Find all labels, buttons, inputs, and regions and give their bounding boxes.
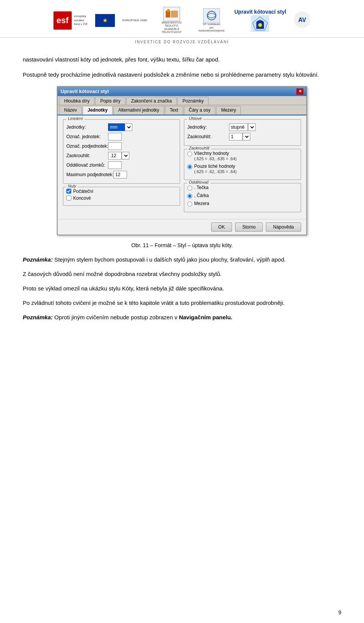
- dialog-title: Upravit kótovací styl: [61, 88, 109, 94]
- svg-text:AV: AV: [298, 17, 306, 23]
- svg-rect-6: [171, 11, 178, 17]
- tab-poznamky[interactable]: Poznámky: [177, 97, 209, 105]
- label-zaokrouhlil: Zaokrouhlit:: [66, 153, 108, 158]
- input-zaokrouhlil[interactable]: [108, 152, 122, 159]
- select-uhlove-zaokrouhlil[interactable]: ▼: [243, 133, 250, 140]
- checkbox-pocatecni[interactable]: [66, 189, 71, 194]
- op-icon: [203, 8, 220, 23]
- radio-vsechny-label: Všechny hodnoty (.625 = .63, .635 = .64): [194, 151, 237, 161]
- tab-jednotky[interactable]: Jednotky: [83, 106, 113, 115]
- page-number: 9: [338, 609, 341, 615]
- dialog-footer: OK Storno Nápověda: [58, 219, 306, 235]
- logo-esf: esf evropský sociální fond v ČR: [53, 11, 88, 30]
- tab-zakonceni-znacka[interactable]: Zakončení a značka: [126, 97, 177, 105]
- liberecky-coat-icon: [251, 15, 269, 32]
- input-oznac-podjednotek[interactable]: [108, 142, 122, 150]
- label-pocatecni: Počáteční: [73, 189, 93, 194]
- logo-msmt: MINISTERSTVO ŠKOLSTVÍ,MLÁDEŽE A TĚLOVÝCH…: [155, 7, 189, 34]
- group-linearni: Lineární Jednotky: ▼ Označ. jednot: [63, 119, 180, 184]
- label-oddelovac: Oddělovač zlomků:: [66, 162, 108, 168]
- form-row-oznac-jednotek: Označ. jednotek:: [66, 133, 177, 140]
- logo-av: AV: [294, 11, 311, 29]
- input-uhlove-zaokrouhlil[interactable]: [229, 133, 243, 140]
- dialog-tabs-row1: Hloubka díry Popis díry Zakončení a znač…: [58, 96, 306, 105]
- group-uhlove-label: Úhlové: [187, 116, 203, 121]
- svg-rect-7: [167, 9, 169, 12]
- input-oznac-jednotek[interactable]: [108, 133, 122, 140]
- tab-text[interactable]: Text: [165, 106, 183, 115]
- label-koncove: Koncové: [73, 196, 91, 201]
- radio-tecka[interactable]: [187, 186, 192, 191]
- input-maximum[interactable]: [113, 171, 127, 178]
- dialog-col-right: Úhlové Jednotky: ▼ Zaokrouhlít:: [184, 119, 301, 216]
- note5: Poznámka: Oproti jiným cvičením nebude p…: [23, 313, 341, 322]
- header-subtitle: INVESTICE DO ROZVOJE VZDĚLÁVÁNÍ: [0, 39, 364, 48]
- form-row-uhlove-jednotky: Jednotky: ▼: [187, 123, 298, 131]
- radio-carka[interactable]: [187, 194, 192, 199]
- form-row-oddelovac: Oddělovač zlomků:: [66, 161, 177, 169]
- label-jednotky: Jednotky:: [66, 125, 108, 130]
- label-maximum: Maximum podjednotek:: [66, 172, 113, 177]
- form-row-jednotky: Jednotky: ▼: [66, 123, 177, 131]
- select-uhlove-jednotky[interactable]: ▼: [248, 123, 256, 131]
- input-oddelovac[interactable]: [108, 161, 122, 169]
- radio-vsechny[interactable]: [187, 151, 192, 156]
- tab-nazev[interactable]: Název: [59, 106, 82, 115]
- group-zaokrouhlil-label: Zaokrouhlit: [187, 146, 211, 150]
- input-uhlove-jednotky[interactable]: [229, 123, 248, 131]
- checkbox-pocatecni-row: Počáteční: [66, 189, 177, 194]
- eu-flag-icon: ★: [95, 14, 115, 27]
- select-jednotky[interactable]: ▼: [125, 123, 132, 131]
- group-oddelovac-label: Oddělovač: [187, 180, 210, 185]
- label-mezera: Mezera: [194, 201, 209, 206]
- note1-text: Stejným stylem bychom postupovali i u da…: [53, 256, 286, 263]
- note2: Z časových důvodů není možné dopodrobna …: [23, 270, 341, 279]
- dialog-close-button[interactable]: ✕: [297, 88, 303, 95]
- radio-vsechny-row: Všechny hodnoty (.625 = .63, .635 = .64): [187, 151, 298, 161]
- tab-mezery[interactable]: Mezery: [216, 106, 241, 115]
- input-jednotky[interactable]: [108, 123, 125, 131]
- group-linearni-label: Lineární: [66, 116, 85, 121]
- tab-alternativni-jednotky[interactable]: Alternativní jednotky: [113, 106, 164, 115]
- btn-napoveda[interactable]: Nápověda: [266, 222, 301, 232]
- intro-paragraph1: nastavování vlastností kóty od jednotek,…: [23, 55, 341, 64]
- checkbox-koncove[interactable]: [66, 196, 71, 200]
- dialog-window: Upravit kótovací styl ✕ Hloubka díry Pop…: [57, 86, 307, 236]
- radio-pouze[interactable]: [187, 164, 192, 169]
- radio-tecka-row: . Tečka: [187, 185, 298, 191]
- label-uhlove-zaokrouhlil: Zaokrouhlít:: [187, 134, 229, 139]
- radio-mezera[interactable]: [187, 202, 192, 207]
- radio-mezera-row: Mezera: [187, 201, 298, 207]
- label-oznac-podjednotek: Označ. podjednotek:: [66, 144, 108, 149]
- intro-paragraph2: Postupně tedy procházíme jednotlivá nast…: [23, 71, 341, 79]
- dialog-tabs-row2: Název Jednotky Alternativní jednotky Tex…: [58, 105, 306, 115]
- dialog-container: Upravit kótovací styl ✕ Hloubka díry Pop…: [23, 86, 341, 236]
- label-carka: , Čárka: [194, 193, 209, 198]
- group-oddelovac: Oddělovač . Tečka , Čárka: [184, 183, 301, 212]
- dialog-body: Lineární Jednotky: ▼ Označ. jednot: [58, 115, 306, 219]
- tab-hloubka-diry[interactable]: Hloubka díry: [59, 97, 94, 105]
- esf-box-icon: esf: [53, 11, 72, 30]
- tab-cary-osy[interactable]: Čáry a osy: [184, 106, 215, 115]
- btn-ok[interactable]: OK: [211, 222, 232, 232]
- group-nuly: Nuly Počáteční Koncové: [63, 187, 180, 206]
- btn-storno[interactable]: Storno: [235, 222, 263, 232]
- select-zaokrouhlil[interactable]: ▼: [122, 152, 129, 159]
- form-row-maximum: Maximum podjednotek:: [66, 171, 177, 178]
- radio-carka-row: , Čárka: [187, 193, 298, 199]
- form-row-oznac-podjednotek: Označ. podjednotek:: [66, 142, 177, 150]
- dialog-columns: Lineární Jednotky: ▼ Označ. jednot: [63, 119, 301, 216]
- form-row-zaokrouhlil: Zaokrouhlit: ▼: [66, 152, 177, 159]
- tab-popis-diry[interactable]: Popis díry: [95, 97, 125, 105]
- label-oznac-jednotek: Označ. jednotek:: [66, 134, 108, 139]
- svg-text:esf: esf: [56, 16, 69, 25]
- logo-liberecky: Upravit kótovací styl: [234, 9, 286, 32]
- form-row-uhlove-zaokrouhlil: Zaokrouhlít: ▼: [187, 133, 298, 140]
- eu-text: EVROPSKÁ UNIE: [122, 19, 147, 22]
- header-logos: esf evropský sociální fond v ČR ★ EVROPS…: [0, 0, 364, 38]
- svg-point-11: [258, 23, 262, 27]
- label-uhlove-jednotky: Jednotky:: [187, 125, 229, 130]
- group-uhlove: Úhlové Jednotky: ▼ Zaokrouhlít:: [184, 119, 301, 146]
- page: esf evropský sociální fond v ČR ★ EVROPS…: [0, 0, 364, 623]
- svg-text:★: ★: [102, 17, 108, 24]
